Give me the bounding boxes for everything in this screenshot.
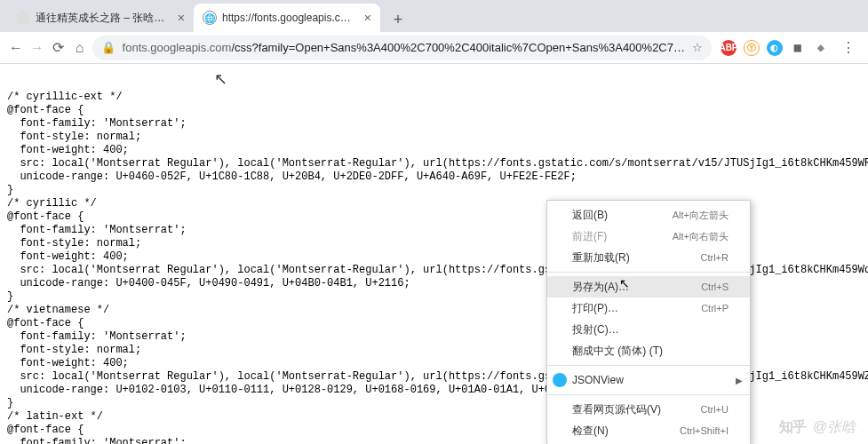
ext-icon-4[interactable]: ▦ (790, 40, 806, 56)
ctx-label: 翻成中文 (简体) (T) (572, 344, 663, 359)
chevron-right-icon: ▶ (736, 376, 743, 385)
ctx-view-source[interactable]: 查看网页源代码(V) Ctrl+U (547, 399, 750, 420)
bookmark-star-icon[interactable]: ☆ (692, 41, 703, 54)
ctx-shortcut: Ctrl+Shift+I (680, 425, 729, 436)
abp-icon[interactable]: ABP (721, 40, 737, 56)
ctx-label: 前进(F) (572, 229, 607, 244)
tab-inactive[interactable]: 通往精英成长之路 – 张晗一致力 × (7, 4, 194, 32)
ctx-label: 另存为(A)… (572, 280, 629, 295)
ctx-shortcut: Alt+向右箭头 (673, 230, 729, 243)
forward-button[interactable]: → (28, 36, 46, 60)
close-icon[interactable]: × (178, 11, 185, 25)
ctx-reload[interactable]: 重新加载(R) Ctrl+R (547, 247, 750, 268)
tab-title: 通往精英成长之路 – 张晗一致力 (36, 11, 169, 26)
globe-icon: 🌐 (203, 11, 217, 25)
ext-icon-2[interactable]: Ⓨ (744, 40, 760, 56)
ctx-label: 检查(N) (572, 424, 609, 439)
address-bar[interactable]: 🔒 fonts.googleapis.com/css?family=Open+S… (92, 36, 712, 60)
ctx-forward[interactable]: 前进(F) Alt+向右箭头 (547, 226, 750, 247)
ctx-shortcut: Ctrl+U (701, 404, 729, 415)
ctx-separator (547, 394, 750, 395)
browser-toolbar: ← → ⟳ ⌂ 🔒 fonts.googleapis.com/css?famil… (0, 32, 868, 64)
ctx-print[interactable]: 打印(P)… Ctrl+P (547, 297, 750, 319)
favicon-icon (16, 11, 30, 25)
ctx-shortcut: Ctrl+R (701, 252, 729, 263)
ctx-label: 返回(B) (572, 208, 608, 223)
ctx-label: 投射(C)… (572, 322, 619, 337)
close-icon[interactable]: × (364, 11, 371, 25)
ctx-back[interactable]: 返回(B) Alt+向左箭头 (547, 204, 750, 226)
ctx-shortcut: Ctrl+S (701, 281, 729, 292)
ctx-shortcut: Ctrl+P (701, 303, 729, 313)
lock-icon: 🔒 (101, 41, 115, 54)
menu-icon[interactable]: ⋮ (836, 36, 861, 60)
ctx-jsonview[interactable]: JSONView ▶ (547, 369, 750, 391)
context-menu: 返回(B) Alt+向左箭头 前进(F) Alt+向右箭头 重新加载(R) Ct… (546, 200, 751, 444)
ctx-translate[interactable]: 翻成中文 (简体) (T) (547, 340, 750, 361)
tab-active[interactable]: 🌐 https://fonts.googleapis.com/ × (194, 4, 380, 32)
tab-strip: 通往精英成长之路 – 张晗一致力 × 🌐 https://fonts.googl… (0, 0, 868, 32)
ctx-save-as[interactable]: 另存为(A)… Ctrl+S (547, 276, 750, 297)
ctx-inspect[interactable]: 检查(N) Ctrl+Shift+I (547, 420, 750, 441)
tab-title: https://fonts.googleapis.com/ (222, 12, 355, 24)
jsonview-icon (553, 373, 567, 387)
url-text: fonts.googleapis.com/css?family=Open+San… (123, 41, 685, 54)
ctx-separator (547, 365, 750, 366)
new-tab-button[interactable]: + (386, 7, 410, 32)
ctx-label: 重新加载(R) (572, 250, 630, 266)
ctx-cast[interactable]: 投射(C)… (547, 319, 750, 340)
ctx-label: 查看网页源代码(V) (572, 402, 661, 417)
ctx-label: 打印(P)… (572, 301, 618, 316)
ext-icon-3[interactable]: ◐ (767, 40, 783, 56)
reload-button[interactable]: ⟳ (50, 36, 68, 60)
back-button[interactable]: ← (7, 36, 25, 60)
home-button[interactable]: ⌂ (71, 36, 89, 60)
ctx-separator (547, 272, 750, 273)
ext-icon-5[interactable]: ◆ (813, 40, 829, 56)
ctx-label: JSONView (572, 374, 624, 386)
ctx-shortcut: Alt+向左箭头 (673, 209, 729, 222)
extension-icons: ABP Ⓨ ◐ ▦ ◆ ⋮ (715, 36, 861, 60)
